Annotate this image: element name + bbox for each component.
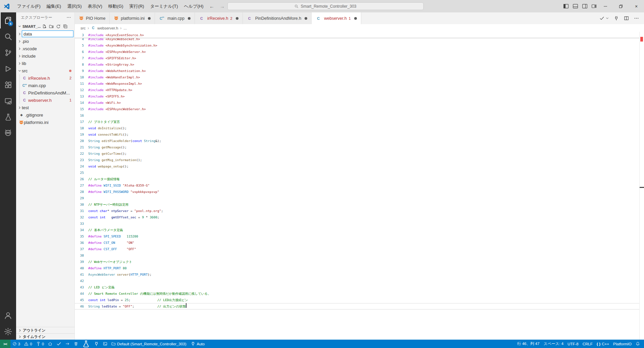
layout-panel-icon[interactable] — [572, 3, 578, 9]
close-icon[interactable]: × — [629, 0, 644, 12]
menu-item[interactable]: ターミナル(T) — [147, 2, 181, 10]
tab-PinDefinitionsAndMore.h[interactable]: CPinDefinitionsAndMore.h — [243, 12, 312, 24]
breadcrumb-tail[interactable]: ... — [123, 26, 127, 30]
breadcrumb-folder[interactable]: src — [80, 26, 86, 30]
tree-item-include[interactable]: include — [16, 52, 74, 60]
line-number: 40 — [75, 265, 84, 271]
tab-PIOHome[interactable]: PIO Home — [75, 12, 110, 24]
status-notifications[interactable] — [634, 340, 642, 348]
code-line-32: 32const int gmtOffset_sec = 9 * 3600; — [75, 214, 644, 220]
layout-customize-icon[interactable] — [591, 3, 597, 9]
ellipsis-icon[interactable] — [66, 15, 71, 20]
restore-icon[interactable] — [613, 0, 629, 12]
status-language-mode[interactable]: { }C++ — [595, 340, 611, 348]
tree-item-platformio.ini[interactable]: platformio.ini — [16, 119, 74, 126]
status-indentation[interactable]: スペース: 4 — [541, 340, 566, 348]
layout-sidebar-right-icon[interactable] — [582, 3, 588, 9]
menu-item[interactable]: 実行(R) — [126, 2, 147, 10]
line-number: 15 — [75, 106, 84, 112]
modified-dot[interactable] — [188, 17, 191, 20]
refresh-icon[interactable] — [56, 24, 61, 29]
tree-item-src[interactable]: src — [16, 67, 74, 74]
menu-item[interactable]: 選択(S) — [64, 2, 85, 10]
modified-dot[interactable] — [236, 17, 238, 20]
activity-bar-item-run-debug[interactable] — [0, 61, 16, 77]
activity-bar-item-explorer[interactable]: 5 — [0, 12, 16, 28]
tree-item-PinDefinitionsAndM...[interactable]: CPinDefinitionsAndM... — [16, 89, 74, 96]
tree-item-data[interactable]: data — [16, 30, 74, 38]
tree-item-test[interactable]: test — [16, 104, 74, 111]
layout-sidebar-left-icon[interactable] — [563, 3, 569, 9]
new-folder-icon[interactable] — [49, 24, 54, 29]
activity-bar-item-account[interactable] — [0, 307, 16, 324]
modified-dot[interactable] — [305, 17, 307, 20]
status-pio-home[interactable] — [46, 340, 54, 348]
status-errors[interactable]: 3 — [10, 340, 22, 348]
tree-item-irReceive.h[interactable]: CirReceive.h2 — [16, 74, 74, 82]
tree-item-lib[interactable]: lib — [16, 60, 74, 67]
menu-item[interactable]: ヘルプ(H) — [181, 2, 207, 10]
status-eol[interactable]: CRLF — [581, 340, 595, 348]
status-remote[interactable]: >< — [0, 340, 10, 348]
tree-item-webserver.h[interactable]: Cwebserver.h1 — [16, 96, 74, 104]
tree-item-.pio[interactable]: .pio — [16, 38, 74, 45]
code-line-22: 22String getCurTime(); — [75, 150, 644, 157]
breadcrumb-file[interactable]: webserver.h — [97, 26, 118, 30]
collapse-all-icon[interactable] — [63, 24, 68, 29]
code-editor[interactable]: 3#include <AsyncEventSource.h>4#include … — [75, 32, 644, 340]
status-encoding[interactable]: UTF-8 — [566, 340, 581, 348]
ellipsis-icon[interactable] — [634, 16, 639, 21]
status-ports[interactable]: 0 — [34, 340, 46, 348]
tab-platformio.ini[interactable]: platformio.ini — [110, 12, 155, 24]
arrow-right-icon[interactable]: → — [220, 3, 225, 9]
activity-bar-item-search[interactable] — [0, 28, 16, 45]
status-warnings[interactable]: 0 — [22, 340, 34, 348]
minimize-icon[interactable] — [598, 0, 613, 12]
activity-bar-item-platformio[interactable] — [0, 125, 16, 141]
tab-main.cpp[interactable]: C++main.cpp — [155, 12, 195, 24]
status-serial-port[interactable]: Auto — [189, 340, 207, 348]
explorer-section-header[interactable]: SMART_... — [16, 22, 74, 30]
activity-bar-item-remote-explorer[interactable] — [0, 93, 16, 109]
tab-irReceive.h[interactable]: CirReceive.h2 — [195, 12, 243, 24]
activity-bar-item-extensions[interactable] — [0, 77, 16, 93]
modified-dot[interactable] — [354, 17, 357, 20]
menu-item[interactable]: ファイル(F) — [14, 2, 44, 10]
split-editor-icon[interactable] — [624, 16, 629, 21]
menu-item[interactable]: 表示(V) — [85, 2, 105, 10]
pane-タイムライン[interactable]: タイムライン — [16, 333, 74, 340]
activity-bar-item-testing[interactable] — [0, 109, 16, 125]
line-number: 12 — [75, 87, 84, 93]
plug-icon[interactable] — [614, 16, 619, 21]
modified-dot[interactable] — [148, 17, 151, 20]
activity-bar-item-settings[interactable] — [0, 324, 16, 340]
menu-item[interactable]: 編集(E) — [44, 2, 64, 10]
activity-bar-item-source-control[interactable] — [0, 45, 16, 61]
check-icon[interactable] — [599, 16, 604, 21]
pane-アウトライン[interactable]: アウトライン — [16, 327, 74, 333]
warning-icon — [24, 342, 29, 346]
tree-item-.vscode[interactable]: .vscode — [16, 45, 74, 52]
status-project-env[interactable]: Default (Smart_Remote_Controller_303) — [109, 340, 188, 348]
status-pio-test[interactable] — [80, 340, 92, 348]
chevron-down-icon[interactable] — [606, 17, 609, 20]
status-pio-monitor[interactable] — [92, 340, 101, 348]
menu-item[interactable]: 移動(G) — [105, 2, 126, 10]
command-center[interactable]: Smart_Remote_Controller_303 — [227, 2, 424, 10]
arrow-left-icon[interactable]: ← — [209, 3, 214, 9]
overview-ruler[interactable] — [639, 32, 644, 340]
status-platformio-status[interactable]: PlatformIO — [611, 340, 634, 348]
status-pio-build[interactable] — [54, 340, 63, 348]
tree-item-.gitignore[interactable]: ◆.gitignore — [16, 111, 74, 119]
rename-input[interactable]: data — [22, 30, 73, 37]
line-number: 21 — [75, 144, 84, 150]
status-pio-clean[interactable] — [72, 340, 80, 348]
status-pio-upload[interactable] — [63, 340, 72, 348]
tab-webserver.h[interactable]: Cwebserver.h1 — [312, 12, 361, 24]
tree-item-main.cpp[interactable]: C++main.cpp — [16, 82, 74, 89]
new-file-icon[interactable] — [42, 24, 47, 29]
status-cursor-position[interactable]: 行 46、列 47 — [515, 340, 541, 348]
tab-label: platformio.ini — [121, 16, 145, 21]
status-pio-terminal[interactable] — [101, 340, 109, 348]
rename-value: data — [23, 31, 32, 37]
